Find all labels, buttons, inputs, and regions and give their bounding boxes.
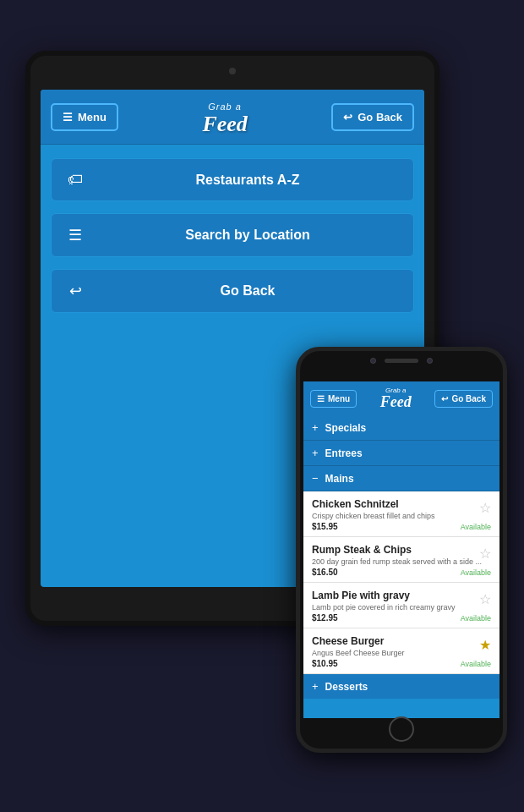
phone-device: ☰ Menu Grab a Feed ↩ Go Back + Specials … bbox=[296, 347, 507, 753]
phone-menu-button[interactable]: ☰ Menu bbox=[310, 390, 357, 408]
item-status: Available bbox=[312, 568, 491, 577]
phone-speaker bbox=[385, 359, 418, 363]
mains-label: Mains bbox=[325, 473, 354, 485]
list-item: Cheese Burger Angus Beef Cheese Burger $… bbox=[303, 628, 499, 674]
search-by-location-button[interactable]: ☰ Search by Location bbox=[51, 213, 414, 257]
entrees-category[interactable]: + Entrees bbox=[303, 441, 499, 466]
item-status: Available bbox=[312, 660, 491, 668]
entrees-label: Entrees bbox=[325, 447, 363, 459]
item-desc: Crispy chicken breast fillet and chips bbox=[312, 512, 491, 520]
tablet-menu-button[interactable]: ☰ Menu bbox=[51, 103, 118, 131]
tablet-header: ☰ Menu Grab a Feed ↩ Go Back bbox=[41, 90, 424, 145]
item-desc: Lamb pot pie covered in rich creamy grav… bbox=[312, 603, 491, 612]
phone-menu-label: Menu bbox=[328, 394, 350, 403]
tablet-logo: Grab a Feed bbox=[118, 98, 331, 135]
desserts-category[interactable]: + Desserts bbox=[303, 674, 499, 699]
item-name: Chicken Schnitzel bbox=[312, 498, 491, 510]
back-icon: ↩ bbox=[65, 282, 85, 300]
list-item: Lamb Pie with gravy Lamb pot pie covered… bbox=[303, 583, 499, 628]
minus-icon-mains: − bbox=[312, 472, 319, 485]
phone-camera-right bbox=[427, 358, 433, 364]
phone-hamburger-icon: ☰ bbox=[317, 394, 325, 403]
phone-header: ☰ Menu Grab a Feed ↩ Go Back bbox=[303, 381, 499, 415]
plus-icon-entrees: + bbox=[312, 447, 319, 459]
phone-logo: Grab a Feed bbox=[380, 387, 412, 410]
specials-label: Specials bbox=[325, 422, 367, 434]
menu-label: Menu bbox=[78, 111, 106, 123]
item-name: Rump Steak & Chips bbox=[312, 544, 491, 556]
phone-goback-label: Go Back bbox=[451, 394, 486, 403]
plus-icon-desserts: + bbox=[312, 680, 319, 693]
star-icon-gold[interactable]: ★ bbox=[479, 637, 491, 653]
goback-label: Go Back bbox=[358, 111, 402, 123]
phone-logo-feed: Feed bbox=[380, 393, 412, 410]
star-icon[interactable]: ☆ bbox=[479, 500, 491, 516]
go-back-nav-button[interactable]: ↩ Go Back bbox=[51, 269, 414, 313]
star-icon[interactable]: ☆ bbox=[479, 591, 491, 607]
phone-back-icon: ↩ bbox=[441, 394, 448, 403]
logo-feed: Feed bbox=[118, 113, 331, 135]
search-by-location-label: Search by Location bbox=[96, 228, 400, 243]
go-back-nav-label: Go Back bbox=[96, 283, 400, 299]
tablet-nav-content: 🏷 Restaurants A-Z ☰ Search by Location ↩… bbox=[41, 145, 424, 338]
plus-icon-specials: + bbox=[312, 421, 319, 434]
item-desc: Angus Beef Cheese Burger bbox=[312, 649, 491, 657]
goback-icon: ↩ bbox=[343, 111, 352, 123]
desserts-label: Desserts bbox=[325, 681, 368, 693]
specials-category[interactable]: + Specials bbox=[303, 415, 499, 441]
item-name: Lamb Pie with gravy bbox=[312, 590, 491, 601]
tablet-goback-button[interactable]: ↩ Go Back bbox=[331, 103, 414, 131]
phone-home-button[interactable] bbox=[389, 716, 414, 742]
logo-grab: Grab a bbox=[208, 102, 242, 112]
list-item: Rump Steak & Chips 200 day grain fed rum… bbox=[303, 537, 499, 583]
phone-menu-list: Chicken Schnitzel Crispy chicken breast … bbox=[303, 491, 499, 674]
item-status: Available bbox=[312, 614, 491, 623]
item-status: Available bbox=[312, 523, 491, 531]
tag-icon: 🏷 bbox=[65, 171, 85, 189]
list-icon: ☰ bbox=[65, 226, 85, 244]
phone-screen: ☰ Menu Grab a Feed ↩ Go Back + Specials … bbox=[303, 381, 499, 718]
star-icon[interactable]: ☆ bbox=[479, 546, 491, 562]
restaurants-az-button[interactable]: 🏷 Restaurants A-Z bbox=[51, 158, 414, 201]
phone-camera-left bbox=[370, 358, 376, 364]
phone-top-bar bbox=[300, 351, 503, 367]
item-name: Cheese Burger bbox=[312, 635, 491, 647]
item-desc: 200 day grain fed rump steak served with… bbox=[312, 557, 491, 566]
mains-category[interactable]: − Mains bbox=[303, 466, 499, 491]
tablet-camera bbox=[229, 68, 236, 74]
restaurants-az-label: Restaurants A-Z bbox=[96, 173, 400, 188]
hamburger-icon: ☰ bbox=[63, 111, 73, 123]
phone-categories: + Specials + Entrees − Mains bbox=[303, 415, 499, 491]
phone-goback-button[interactable]: ↩ Go Back bbox=[434, 390, 493, 408]
list-item: Chicken Schnitzel Crispy chicken breast … bbox=[303, 491, 499, 537]
